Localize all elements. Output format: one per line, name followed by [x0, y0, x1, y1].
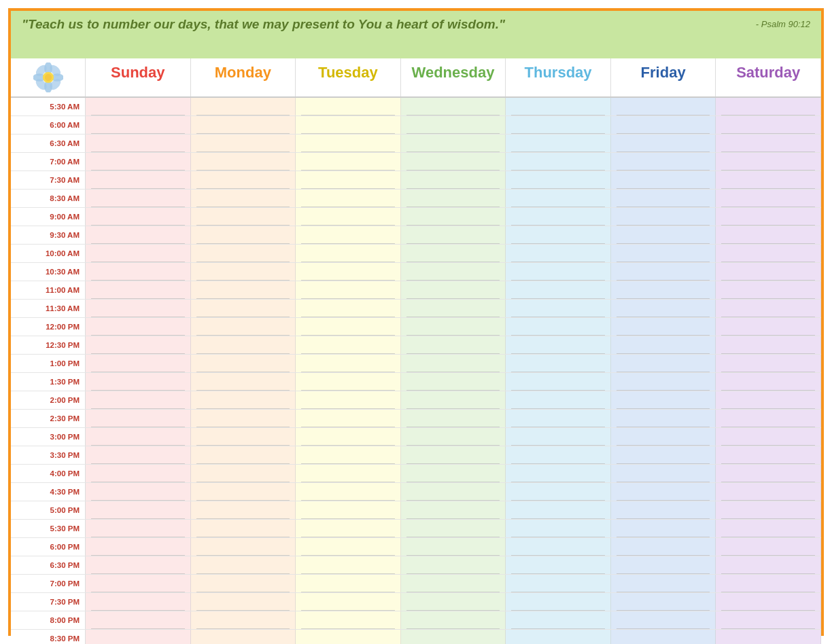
time-cell[interactable]: [611, 410, 716, 427]
time-cell[interactable]: [716, 336, 821, 354]
time-cell[interactable]: [296, 245, 401, 262]
time-cell[interactable]: [506, 98, 611, 115]
time-cell[interactable]: [86, 391, 191, 409]
time-cell[interactable]: [401, 153, 506, 171]
time-cell[interactable]: [191, 263, 296, 281]
time-cell[interactable]: [86, 263, 191, 281]
time-cell[interactable]: [611, 483, 716, 501]
time-cell[interactable]: [506, 190, 611, 207]
time-cell[interactable]: [506, 410, 611, 427]
time-cell[interactable]: [611, 538, 716, 556]
time-cell[interactable]: [716, 373, 821, 391]
time-cell[interactable]: [716, 171, 821, 189]
time-cell[interactable]: [296, 281, 401, 299]
time-cell[interactable]: [191, 98, 296, 115]
time-cell[interactable]: [506, 538, 611, 556]
time-cell[interactable]: [86, 226, 191, 244]
time-cell[interactable]: [86, 501, 191, 519]
time-cell[interactable]: [191, 593, 296, 611]
time-cell[interactable]: [506, 153, 611, 171]
time-cell[interactable]: [716, 245, 821, 262]
time-cell[interactable]: [401, 116, 506, 134]
time-cell[interactable]: [191, 428, 296, 446]
time-cell[interactable]: [611, 281, 716, 299]
time-cell[interactable]: [401, 410, 506, 427]
time-cell[interactable]: [611, 556, 716, 574]
time-cell[interactable]: [191, 355, 296, 372]
time-cell[interactable]: [611, 355, 716, 372]
time-cell[interactable]: [191, 318, 296, 336]
time-cell[interactable]: [86, 410, 191, 427]
time-cell[interactable]: [401, 318, 506, 336]
time-cell[interactable]: [611, 465, 716, 482]
time-cell[interactable]: [86, 611, 191, 629]
time-cell[interactable]: [611, 116, 716, 134]
time-cell[interactable]: [401, 245, 506, 262]
time-cell[interactable]: [716, 501, 821, 519]
time-cell[interactable]: [611, 226, 716, 244]
time-cell[interactable]: [611, 318, 716, 336]
time-cell[interactable]: [191, 208, 296, 226]
time-cell[interactable]: [611, 373, 716, 391]
time-cell[interactable]: [296, 428, 401, 446]
time-cell[interactable]: [506, 520, 611, 537]
time-cell[interactable]: [401, 208, 506, 226]
time-cell[interactable]: [296, 465, 401, 482]
time-cell[interactable]: [506, 373, 611, 391]
time-cell[interactable]: [86, 575, 191, 592]
time-cell[interactable]: [296, 153, 401, 171]
time-cell[interactable]: [506, 446, 611, 464]
time-cell[interactable]: [716, 556, 821, 574]
time-cell[interactable]: [191, 135, 296, 152]
time-cell[interactable]: [506, 263, 611, 281]
time-cell[interactable]: [506, 556, 611, 574]
time-cell[interactable]: [506, 171, 611, 189]
time-cell[interactable]: [191, 226, 296, 244]
time-cell[interactable]: [506, 630, 611, 644]
time-cell[interactable]: [191, 483, 296, 501]
time-cell[interactable]: [401, 520, 506, 537]
time-cell[interactable]: [716, 575, 821, 592]
time-cell[interactable]: [86, 171, 191, 189]
time-cell[interactable]: [506, 116, 611, 134]
time-cell[interactable]: [401, 575, 506, 592]
time-cell[interactable]: [86, 483, 191, 501]
time-cell[interactable]: [716, 263, 821, 281]
time-cell[interactable]: [86, 281, 191, 299]
time-cell[interactable]: [716, 483, 821, 501]
time-cell[interactable]: [191, 190, 296, 207]
time-cell[interactable]: [86, 446, 191, 464]
time-cell[interactable]: [401, 300, 506, 317]
time-cell[interactable]: [191, 501, 296, 519]
time-cell[interactable]: [296, 373, 401, 391]
time-cell[interactable]: [506, 135, 611, 152]
time-cell[interactable]: [716, 208, 821, 226]
time-cell[interactable]: [401, 630, 506, 644]
time-cell[interactable]: [191, 611, 296, 629]
time-cell[interactable]: [506, 593, 611, 611]
time-cell[interactable]: [716, 465, 821, 482]
time-cell[interactable]: [191, 446, 296, 464]
time-cell[interactable]: [86, 190, 191, 207]
time-cell[interactable]: [401, 465, 506, 482]
time-cell[interactable]: [191, 556, 296, 574]
time-cell[interactable]: [611, 208, 716, 226]
time-cell[interactable]: [86, 153, 191, 171]
time-cell[interactable]: [716, 428, 821, 446]
time-cell[interactable]: [401, 556, 506, 574]
time-cell[interactable]: [401, 538, 506, 556]
time-cell[interactable]: [716, 593, 821, 611]
time-cell[interactable]: [506, 391, 611, 409]
time-cell[interactable]: [86, 245, 191, 262]
time-cell[interactable]: [506, 245, 611, 262]
time-cell[interactable]: [716, 300, 821, 317]
time-cell[interactable]: [191, 538, 296, 556]
time-cell[interactable]: [611, 501, 716, 519]
time-cell[interactable]: [611, 263, 716, 281]
time-cell[interactable]: [296, 98, 401, 115]
time-cell[interactable]: [296, 318, 401, 336]
time-cell[interactable]: [401, 355, 506, 372]
time-cell[interactable]: [506, 336, 611, 354]
time-cell[interactable]: [296, 593, 401, 611]
time-cell[interactable]: [611, 245, 716, 262]
